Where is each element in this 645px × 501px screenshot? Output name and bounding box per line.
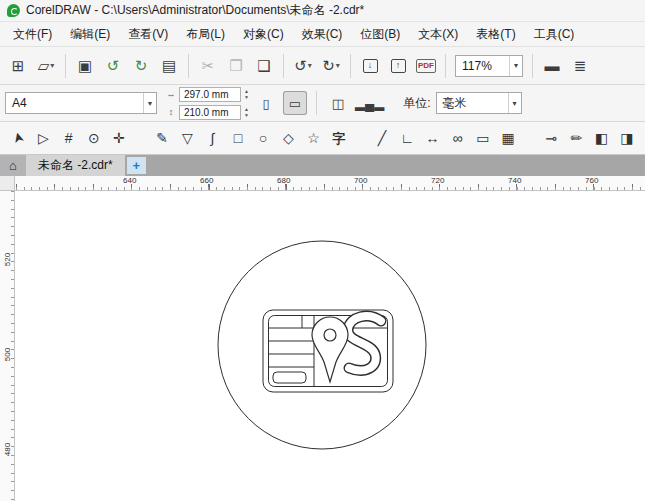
cloud-open-icon: ↺ [107,58,120,73]
transparency-tool[interactable]: ▦ [497,126,519,150]
canvas-artwork[interactable] [15,191,645,501]
import-button[interactable]: ↓ [357,53,383,79]
outline-pen-tool[interactable]: ✏ [565,126,587,150]
straight-line-tool[interactable]: ╱ [371,126,393,150]
menu-item-4[interactable]: 布局(L) [177,23,234,46]
page-height-row: ↕ 210.0 mm ▲ ▼ [166,104,249,120]
cloud-save-button[interactable]: ↻ [128,53,154,79]
fill-tool[interactable]: ◧ [591,126,613,150]
apply-current-page-button[interactable]: ◫ [326,91,350,115]
ellipse-tool-icon: ○ [259,131,267,145]
cloud-open-button[interactable]: ↺ [100,53,126,79]
chevron-down-icon[interactable]: ▾ [336,61,340,70]
zoom-level-combo[interactable]: 117%▾ [455,55,523,77]
home-button[interactable]: ⌂ [0,155,26,176]
chevron-down-icon[interactable]: ▾ [50,61,54,70]
toolbox: ➤▷#⊙✛✎▽∫□○◇☆字╱∟↔∞▭▦⊸✏◧◨ [0,122,645,155]
eyedropper-tool[interactable]: ⊸ [540,126,562,150]
new-document-icon: ⊞ [12,58,25,73]
zoom-tool-icon: ⊙ [88,131,100,145]
print-icon: ▤ [162,58,176,73]
publish-pdf-icon: PDF [416,59,436,73]
page-sorter-button[interactable]: ▂▄▂ [355,91,384,115]
undo-button[interactable]: ↺▾ [290,53,316,79]
connector-tool-icon: ∟ [400,131,414,145]
page-width-icon: ↔ [166,89,176,99]
ruler-number: 680 [277,176,290,185]
vertical-ruler[interactable]: 520500480 [0,191,15,501]
letter-s-shape[interactable] [348,316,381,370]
page-size-combo[interactable]: A4 ▾ [5,92,157,114]
open-button[interactable]: ▱▾ [33,53,59,79]
pen-tool[interactable]: ▽ [176,126,198,150]
new-tab-button[interactable]: + [127,157,146,174]
page-width-field[interactable]: 297.0 mm [179,87,241,102]
ruler-number: 760 [585,176,598,185]
chevron-down-icon[interactable]: ▾ [308,61,312,70]
menu-item-8[interactable]: 文本(X) [409,23,467,46]
page-width-stepper[interactable]: ▲ ▼ [244,89,249,100]
publish-pdf-button[interactable]: PDF [413,53,439,79]
pick-tool[interactable]: ➤ [7,126,29,150]
portrait-icon: ▯ [262,97,269,110]
crop-tool[interactable]: # [57,126,79,150]
save-button[interactable]: ▣ [72,53,98,79]
units-combo[interactable]: 毫米 ▾ [436,92,522,114]
landscape-icon: ▭ [289,97,301,110]
menu-item-10[interactable]: 工具(C) [525,23,584,46]
horizontal-ruler[interactable]: 640660680700720740760 [15,176,645,191]
menu-item-3[interactable]: 查看(V) [119,23,177,46]
ruler-origin-corner[interactable] [0,176,15,191]
chevron-down-icon[interactable]: ▾ [508,93,521,113]
shadow-tool[interactable]: ▭ [472,126,494,150]
ellipse-tool[interactable]: ○ [252,126,274,150]
spin-up-icon[interactable]: ▲ [244,89,249,94]
rectangle-tool-icon: □ [234,131,242,145]
coreldraw-window: { "colors": { "logo_green": "#21a038", "… [0,0,645,501]
chevron-down-icon[interactable]: ▾ [143,93,156,113]
bezier-tool[interactable]: ∫ [202,126,224,150]
menu-item-1[interactable]: 文件(F) [4,23,61,46]
freehand-tool[interactable]: ✎ [151,126,173,150]
chevron-down-icon[interactable]: ▾ [509,56,522,76]
paste-button[interactable]: ❑ [251,53,277,79]
ruler-number: 640 [123,176,136,185]
polygon-tool[interactable]: ◇ [277,126,299,150]
interactive-fill-tool[interactable]: ◨ [616,126,638,150]
spin-down-icon[interactable]: ▼ [244,95,249,100]
lens-tool[interactable]: ∞ [447,126,469,150]
drawing-canvas[interactable] [15,191,645,501]
map-pin-shape[interactable] [312,317,348,382]
menu-item-9[interactable]: 表格(T) [467,23,524,46]
shape-tool[interactable]: ▷ [32,126,54,150]
bezier-tool-icon: ∫ [211,131,215,145]
page-height-stepper[interactable]: ▲ ▼ [244,107,249,118]
menu-item-7[interactable]: 位图(B) [351,23,409,46]
spin-down-icon[interactable]: ▼ [244,113,249,118]
pan-tool[interactable]: ✛ [108,126,130,150]
lens-tool-icon: ∞ [453,131,463,145]
common-shapes-tool[interactable]: ☆ [302,126,324,150]
dimension-tool-icon: ↔ [425,131,439,145]
menu-item-6[interactable]: 效果(C) [293,23,352,46]
dimension-tool[interactable]: ↔ [421,126,443,150]
export-button[interactable]: ↑ [385,53,411,79]
fullscreen-preview-button[interactable]: ▬ [539,53,565,79]
document-tab[interactable]: 未命名 -2.cdr* [26,155,125,176]
new-document-button[interactable]: ⊞ [5,53,31,79]
spin-up-icon[interactable]: ▲ [244,107,249,112]
print-button[interactable]: ▤ [156,53,182,79]
zoom-tool[interactable]: ⊙ [83,126,105,150]
menu-item-2[interactable]: 编辑(E) [61,23,119,46]
text-tool[interactable]: 字 [328,126,350,150]
show-rulers-button[interactable]: ≣ [567,53,593,79]
ruler-number: 660 [200,176,213,185]
redo-button[interactable]: ↻▾ [318,53,344,79]
rectangle-tool[interactable]: □ [227,126,249,150]
menu-item-5[interactable]: 对象(C) [234,23,293,46]
fullscreen-preview-icon: ▬ [545,58,560,73]
page-height-field[interactable]: 210.0 mm [179,105,241,120]
connector-tool[interactable]: ∟ [396,126,418,150]
landscape-button[interactable]: ▭ [283,91,307,115]
portrait-button[interactable]: ▯ [254,91,278,115]
